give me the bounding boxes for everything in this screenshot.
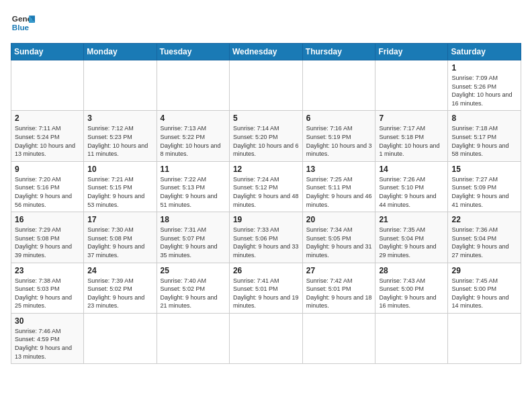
day-number: 7 [379, 113, 444, 123]
day-number: 20 [306, 215, 372, 224]
day-info: Sunrise: 7:17 AM Sunset: 5:18 PM Dayligh… [379, 124, 444, 158]
calendar-cell: 18Sunrise: 7:31 AM Sunset: 5:07 PM Dayli… [157, 212, 229, 263]
day-info: Sunrise: 7:13 AM Sunset: 5:22 PM Dayligh… [161, 124, 226, 158]
day-info: Sunrise: 7:20 AM Sunset: 5:16 PM Dayligh… [15, 175, 80, 209]
calendar-week-row: 9Sunrise: 7:20 AM Sunset: 5:16 PM Daylig… [11, 161, 521, 212]
day-number: 2 [15, 113, 80, 123]
calendar-cell: 13Sunrise: 7:25 AM Sunset: 5:11 PM Dayli… [302, 161, 375, 212]
day-number: 28 [379, 266, 444, 275]
day-number: 6 [306, 113, 372, 123]
day-info: Sunrise: 7:27 AM Sunset: 5:09 PM Dayligh… [451, 175, 517, 209]
calendar-cell: 16Sunrise: 7:29 AM Sunset: 5:08 PM Dayli… [11, 212, 84, 263]
day-number: 15 [451, 165, 517, 174]
day-info: Sunrise: 7:33 AM Sunset: 5:06 PM Dayligh… [233, 226, 299, 259]
day-info: Sunrise: 7:43 AM Sunset: 5:00 PM Dayligh… [379, 277, 444, 310]
day-number: 18 [161, 215, 226, 224]
day-number: 11 [161, 165, 226, 174]
svg-text:Blue: Blue [12, 23, 30, 32]
logo: General Blue [11, 11, 35, 35]
weekday-header: Sunday [11, 44, 84, 60]
day-info: Sunrise: 7:09 AM Sunset: 5:26 PM Dayligh… [451, 74, 517, 107]
day-number: 3 [87, 113, 152, 123]
day-number: 26 [233, 266, 299, 275]
calendar-cell: 24Sunrise: 7:39 AM Sunset: 5:02 PM Dayli… [84, 263, 157, 313]
day-number: 12 [233, 165, 299, 174]
calendar-cell: 30Sunrise: 7:46 AM Sunset: 4:59 PM Dayli… [11, 313, 84, 363]
day-info: Sunrise: 7:39 AM Sunset: 5:02 PM Dayligh… [87, 277, 152, 310]
day-info: Sunrise: 7:41 AM Sunset: 5:01 PM Dayligh… [233, 277, 299, 310]
day-info: Sunrise: 7:25 AM Sunset: 5:11 PM Dayligh… [306, 175, 372, 209]
day-info: Sunrise: 7:24 AM Sunset: 5:12 PM Dayligh… [233, 175, 299, 209]
day-number: 24 [87, 266, 152, 275]
day-info: Sunrise: 7:34 AM Sunset: 5:05 PM Dayligh… [306, 226, 372, 259]
weekday-header: Saturday [448, 44, 521, 60]
day-number: 21 [379, 215, 444, 224]
day-info: Sunrise: 7:16 AM Sunset: 5:19 PM Dayligh… [306, 124, 372, 158]
day-number: 27 [306, 266, 372, 275]
calendar-cell: 6Sunrise: 7:16 AM Sunset: 5:19 PM Daylig… [302, 111, 375, 161]
calendar-cell: 15Sunrise: 7:27 AM Sunset: 5:09 PM Dayli… [448, 161, 521, 212]
calendar-cell: 4Sunrise: 7:13 AM Sunset: 5:22 PM Daylig… [157, 111, 229, 161]
calendar-cell: 29Sunrise: 7:45 AM Sunset: 5:00 PM Dayli… [448, 263, 521, 313]
day-number: 17 [87, 215, 152, 224]
day-info: Sunrise: 7:18 AM Sunset: 5:17 PM Dayligh… [451, 124, 517, 158]
day-number: 25 [161, 266, 226, 275]
day-info: Sunrise: 7:14 AM Sunset: 5:20 PM Dayligh… [233, 124, 299, 158]
calendar-cell [84, 60, 157, 111]
logo-icon: General Blue [11, 11, 35, 35]
calendar-cell: 17Sunrise: 7:30 AM Sunset: 5:08 PM Dayli… [84, 212, 157, 263]
day-number: 22 [451, 215, 517, 224]
calendar-cell [229, 313, 302, 363]
calendar-week-row: 1Sunrise: 7:09 AM Sunset: 5:26 PM Daylig… [11, 60, 521, 111]
calendar-cell: 14Sunrise: 7:26 AM Sunset: 5:10 PM Dayli… [375, 161, 448, 212]
day-number: 10 [87, 165, 152, 174]
day-info: Sunrise: 7:21 AM Sunset: 5:15 PM Dayligh… [87, 175, 152, 209]
day-info: Sunrise: 7:11 AM Sunset: 5:24 PM Dayligh… [15, 124, 80, 158]
calendar-cell [11, 60, 84, 111]
day-info: Sunrise: 7:22 AM Sunset: 5:13 PM Dayligh… [161, 175, 226, 209]
day-info: Sunrise: 7:42 AM Sunset: 5:01 PM Dayligh… [306, 277, 372, 310]
calendar-cell [302, 313, 375, 363]
weekday-header: Friday [375, 44, 448, 60]
calendar-cell: 25Sunrise: 7:40 AM Sunset: 5:02 PM Dayli… [157, 263, 229, 313]
day-info: Sunrise: 7:12 AM Sunset: 5:23 PM Dayligh… [87, 124, 152, 158]
calendar-cell [302, 60, 375, 111]
day-number: 19 [233, 215, 299, 224]
calendar-cell: 21Sunrise: 7:35 AM Sunset: 5:04 PM Dayli… [375, 212, 448, 263]
calendar-cell [84, 313, 157, 363]
day-info: Sunrise: 7:29 AM Sunset: 5:08 PM Dayligh… [15, 226, 80, 259]
day-number: 9 [15, 165, 80, 174]
calendar-cell: 28Sunrise: 7:43 AM Sunset: 5:00 PM Dayli… [375, 263, 448, 313]
calendar-cell [448, 313, 521, 363]
day-number: 16 [15, 215, 80, 224]
day-number: 4 [161, 113, 226, 123]
calendar-cell: 7Sunrise: 7:17 AM Sunset: 5:18 PM Daylig… [375, 111, 448, 161]
calendar-cell: 10Sunrise: 7:21 AM Sunset: 5:15 PM Dayli… [84, 161, 157, 212]
calendar-cell [375, 60, 448, 111]
day-info: Sunrise: 7:45 AM Sunset: 5:00 PM Dayligh… [451, 277, 517, 310]
calendar-header-row: SundayMondayTuesdayWednesdayThursdayFrid… [11, 44, 521, 60]
day-info: Sunrise: 7:31 AM Sunset: 5:07 PM Dayligh… [161, 226, 226, 259]
calendar-week-row: 30Sunrise: 7:46 AM Sunset: 4:59 PM Dayli… [11, 313, 521, 363]
calendar-cell: 5Sunrise: 7:14 AM Sunset: 5:20 PM Daylig… [229, 111, 302, 161]
day-info: Sunrise: 7:30 AM Sunset: 5:08 PM Dayligh… [87, 226, 152, 259]
calendar-cell [375, 313, 448, 363]
calendar-table: SundayMondayTuesdayWednesdayThursdayFrid… [11, 43, 521, 364]
weekday-header: Thursday [302, 44, 375, 60]
calendar-cell: 1Sunrise: 7:09 AM Sunset: 5:26 PM Daylig… [448, 60, 521, 111]
calendar-cell: 27Sunrise: 7:42 AM Sunset: 5:01 PM Dayli… [302, 263, 375, 313]
day-info: Sunrise: 7:35 AM Sunset: 5:04 PM Dayligh… [379, 226, 444, 259]
calendar-week-row: 2Sunrise: 7:11 AM Sunset: 5:24 PM Daylig… [11, 111, 521, 161]
day-number: 14 [379, 165, 444, 174]
calendar-cell: 3Sunrise: 7:12 AM Sunset: 5:23 PM Daylig… [84, 111, 157, 161]
day-number: 1 [451, 63, 517, 73]
day-number: 8 [451, 113, 517, 123]
weekday-header: Wednesday [229, 44, 302, 60]
calendar-cell: 8Sunrise: 7:18 AM Sunset: 5:17 PM Daylig… [448, 111, 521, 161]
calendar-week-row: 23Sunrise: 7:38 AM Sunset: 5:03 PM Dayli… [11, 263, 521, 313]
calendar-week-row: 16Sunrise: 7:29 AM Sunset: 5:08 PM Dayli… [11, 212, 521, 263]
calendar-cell: 19Sunrise: 7:33 AM Sunset: 5:06 PM Dayli… [229, 212, 302, 263]
day-number: 5 [233, 113, 299, 123]
weekday-header: Monday [84, 44, 157, 60]
calendar-cell: 20Sunrise: 7:34 AM Sunset: 5:05 PM Dayli… [302, 212, 375, 263]
